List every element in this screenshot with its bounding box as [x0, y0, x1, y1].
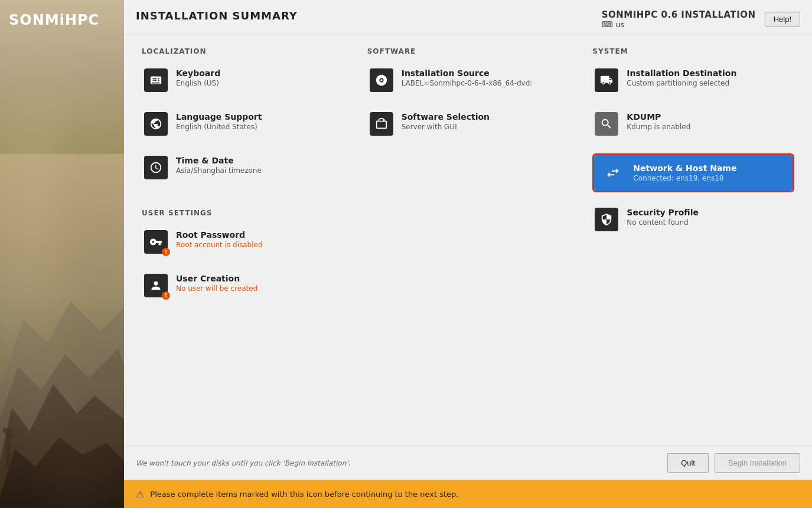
warning-bar-text: Please complete items marked with this i… — [150, 490, 458, 499]
language-support-item[interactable]: Language Support English (United States) — [142, 110, 344, 138]
network-highlight-border: Network & Host Name Connected: ens19, en… — [592, 153, 794, 192]
cd-icon-box — [370, 68, 393, 92]
destination-subtitle: Custom partitioning selected — [627, 79, 736, 87]
time-date-item[interactable]: Time & Date Asia/Shanghai timezone — [142, 153, 344, 182]
root-password-subtitle: Root account is disabled — [176, 241, 263, 249]
package-icon-box — [370, 112, 393, 136]
sidebar: SONMiHPC — [0, 0, 124, 508]
network-hostname-item[interactable]: Network & Host Name Connected: ens19, en… — [594, 155, 793, 191]
installation-source-subtitle: LABEL=Sonmihpc-0-6-4-x86_64-dvd: — [402, 79, 533, 87]
arrows-icon — [605, 165, 621, 181]
localization-section: LOCALIZATION Keyboard English (US) — [142, 47, 344, 315]
svg-rect-6 — [3, 428, 14, 433]
software-selection-subtitle: Server with GUI — [402, 123, 490, 131]
software-selection-title: Software Selection — [402, 112, 490, 122]
language-title: Language Support — [176, 112, 262, 122]
system-section: SYSTEM Installation Destination Custom p… — [592, 47, 794, 315]
language-icon-box — [144, 112, 168, 136]
user-settings-heading: USER SETTINGS — [142, 209, 344, 217]
keyboard-icon-box — [144, 68, 168, 92]
shield-icon-box — [595, 208, 618, 231]
kdump-title: KDUMP — [627, 112, 690, 122]
network-subtitle: Connected: ens19, ens18 — [633, 174, 736, 182]
language-icon — [149, 117, 162, 130]
user-warning-badge: ! — [162, 291, 170, 300]
user-icon-box: ! — [144, 274, 168, 297]
system-heading: SYSTEM — [592, 47, 794, 55]
time-date-title: Time & Date — [176, 156, 262, 165]
shield-icon — [600, 213, 613, 226]
svg-rect-5 — [6, 431, 11, 467]
install-version: SONMIHPC 0.6 INSTALLATION — [602, 9, 756, 20]
page-title: INSTALLATION SUMMARY — [136, 9, 298, 22]
app-logo: SONMiHPC — [9, 12, 99, 28]
root-password-title: Root Password — [176, 230, 263, 240]
time-date-subtitle: Asia/Shanghai timezone — [176, 166, 262, 175]
security-profile-title: Security Profile — [627, 208, 699, 217]
package-icon — [375, 117, 388, 130]
security-profile-item[interactable]: Security Profile No content found — [592, 205, 794, 234]
software-section: SOFTWARE Installation Source LABEL=Sonmi… — [367, 47, 569, 315]
language-subtitle: English (United States) — [176, 123, 262, 131]
key-icon-box: ! — [144, 230, 168, 254]
localization-heading: LOCALIZATION — [142, 47, 344, 55]
installation-destination-item[interactable]: Installation Destination Custom partitio… — [592, 66, 794, 94]
keyboard-title: Keyboard — [176, 68, 220, 78]
key-icon — [149, 235, 162, 248]
user-creation-item[interactable]: ! User Creation No user will be created — [142, 271, 344, 300]
keyboard-subtitle: English (US) — [176, 79, 220, 87]
kdump-item[interactable]: KDUMP Kdump is enabled — [592, 110, 794, 138]
cd-icon — [375, 74, 388, 87]
user-icon — [149, 279, 162, 292]
clock-icon — [149, 161, 162, 174]
warning-bar: ⚠ Please complete items marked with this… — [124, 480, 812, 508]
destination-title: Installation Destination — [627, 68, 736, 78]
user-creation-title: User Creation — [176, 274, 257, 283]
warning-triangle-icon: ⚠ — [136, 489, 144, 500]
keyboard-icon — [149, 74, 162, 87]
logo-hpc: HPC — [65, 12, 99, 28]
lang-code: us — [615, 20, 624, 29]
destination-icon — [600, 74, 613, 87]
software-selection-item[interactable]: Software Selection Server with GUI — [367, 110, 569, 138]
begin-installation-button[interactable]: Begin Installation — [715, 453, 800, 473]
software-heading: SOFTWARE — [367, 47, 569, 55]
search-icon — [600, 117, 613, 130]
installation-source-title: Installation Source — [402, 68, 533, 78]
footer-note: We won't touch your disks until you clic… — [136, 459, 350, 467]
keyboard-icon: ⌨ — [602, 20, 613, 29]
root-password-item[interactable]: ! Root Password Root account is disabled — [142, 228, 344, 256]
keyboard-item[interactable]: Keyboard English (US) — [142, 66, 344, 94]
help-button[interactable]: Help! — [765, 12, 800, 27]
network-icon-box — [601, 161, 625, 185]
user-creation-subtitle: No user will be created — [176, 284, 257, 293]
svg-rect-7 — [11, 434, 14, 437]
installation-source-item[interactable]: Installation Source LABEL=Sonmihpc-0-6-4… — [367, 66, 569, 94]
kdump-subtitle: Kdump is enabled — [627, 123, 690, 131]
security-profile-subtitle: No content found — [627, 218, 699, 227]
keyboard-lang-indicator: ⌨ us — [602, 20, 756, 29]
kdump-icon-box — [595, 112, 618, 136]
network-title: Network & Host Name — [633, 163, 736, 173]
footer-buttons-area: We won't touch your disks until you clic… — [124, 445, 812, 480]
clock-icon-box — [144, 156, 168, 179]
logo-text: SONMi — [9, 12, 65, 28]
destination-icon-box — [595, 68, 618, 92]
quit-button[interactable]: Quit — [667, 453, 709, 473]
root-warning-badge: ! — [162, 248, 170, 256]
